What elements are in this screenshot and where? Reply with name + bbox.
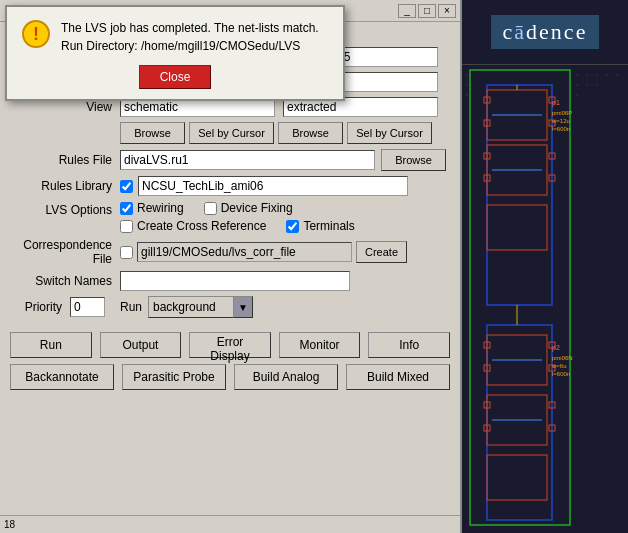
info-button[interactable]: Info bbox=[368, 332, 450, 358]
rewiring-label: Rewiring bbox=[137, 201, 184, 215]
error-display-button[interactable]: Error Display bbox=[189, 332, 271, 358]
alert-message-line2: Run Directory: /home/mgill19/CMOSedu/LVS bbox=[61, 37, 319, 55]
rules-file-label: Rules File bbox=[10, 153, 120, 167]
create-button[interactable]: Create bbox=[356, 241, 407, 263]
parasitic-probe-button[interactable]: Parasitic Probe bbox=[122, 364, 226, 390]
alert-close-row: Close bbox=[21, 65, 329, 89]
build-analog-button[interactable]: Build Analog bbox=[234, 364, 338, 390]
svg-point-43 bbox=[576, 74, 578, 76]
output-button[interactable]: Output bbox=[100, 332, 182, 358]
svg-point-49 bbox=[586, 84, 588, 86]
close-window-button[interactable]: × bbox=[438, 4, 456, 18]
selbycursor-schematic-button[interactable]: Sel by Cursor bbox=[189, 122, 274, 144]
rewiring-checkbox[interactable] bbox=[120, 202, 133, 215]
terminals-option: Terminals bbox=[286, 219, 354, 233]
device-fixing-label: Device Fixing bbox=[221, 201, 293, 215]
alert-content: ! The LVS job has completed. The net-lis… bbox=[21, 19, 329, 55]
rules-library-row: Rules Library bbox=[10, 176, 450, 196]
view-label: View bbox=[10, 100, 120, 114]
correspondence-input[interactable] bbox=[137, 242, 352, 262]
svg-text:w=6u: w=6u bbox=[551, 363, 567, 369]
device-fixing-checkbox[interactable] bbox=[204, 202, 217, 215]
svg-point-41 bbox=[466, 84, 468, 86]
priority-run-row: Priority Run background foreground ▼ bbox=[10, 296, 450, 318]
terminals-checkbox[interactable] bbox=[286, 220, 299, 233]
svg-point-50 bbox=[596, 84, 598, 86]
svg-text:pmi06P: pmi06P bbox=[552, 110, 572, 116]
alert-dialog: ! The LVS job has completed. The net-lis… bbox=[5, 5, 345, 101]
run-select[interactable]: background foreground bbox=[148, 296, 253, 318]
device-fixing-option: Device Fixing bbox=[204, 201, 293, 215]
browse-extracted-button[interactable]: Browse bbox=[278, 122, 343, 144]
cadence-header: cādence bbox=[462, 0, 628, 65]
monitor-button[interactable]: Monitor bbox=[279, 332, 361, 358]
selbycursor-extracted-button[interactable]: Sel by Cursor bbox=[347, 122, 432, 144]
svg-text:l=600n: l=600n bbox=[552, 371, 570, 377]
browse-schematic-button[interactable]: Browse bbox=[120, 122, 185, 144]
create-cross-ref-checkbox[interactable] bbox=[120, 220, 133, 233]
rules-library-label: Rules Library bbox=[10, 179, 120, 193]
rules-file-browse-button[interactable]: Browse bbox=[381, 149, 446, 171]
alert-icon: ! bbox=[21, 19, 51, 49]
status-value: 18 bbox=[4, 519, 15, 530]
svg-text:l=600n: l=600n bbox=[552, 126, 570, 132]
svg-point-46 bbox=[606, 74, 608, 76]
lvs-options-label: LVS Options bbox=[10, 201, 120, 217]
correspondence-file-row: Correspondence File Create bbox=[10, 238, 450, 266]
warning-icon: ! bbox=[22, 20, 50, 48]
svg-point-45 bbox=[596, 74, 598, 76]
lvs-options-row: LVS Options Rewiring Device Fixing C bbox=[10, 201, 450, 233]
backannotate-button[interactable]: Backannotate bbox=[10, 364, 114, 390]
switch-names-input[interactable] bbox=[120, 271, 350, 291]
svg-point-51 bbox=[576, 94, 578, 96]
svg-point-47 bbox=[616, 74, 618, 76]
svg-text:pmi06N: pmi06N bbox=[552, 355, 573, 361]
alert-close-button[interactable]: Close bbox=[139, 65, 212, 89]
svg-point-44 bbox=[586, 74, 588, 76]
maximize-button[interactable]: □ bbox=[418, 4, 436, 18]
switch-names-label: Switch Names bbox=[10, 274, 120, 288]
alert-text: The LVS job has completed. The net-lists… bbox=[61, 19, 319, 55]
run-select-wrap: background foreground ▼ bbox=[148, 296, 253, 318]
terminals-label: Terminals bbox=[303, 219, 354, 233]
svg-point-48 bbox=[576, 84, 578, 86]
priority-input[interactable] bbox=[70, 297, 105, 317]
correspondence-checkbox[interactable] bbox=[120, 246, 133, 259]
build-mixed-button[interactable]: Build Mixed bbox=[346, 364, 450, 390]
browse-selbycursor-row: Browse Sel by Cursor Browse Sel by Curso… bbox=[10, 122, 450, 144]
cadence-panel: cādence // We'll generate this via inlin… bbox=[462, 0, 628, 533]
circuit-area: // We'll generate this via inline patter… bbox=[462, 65, 628, 533]
create-cross-ref-label: Create Cross Reference bbox=[137, 219, 266, 233]
svg-text:w=12u: w=12u bbox=[551, 118, 570, 124]
svg-point-42 bbox=[466, 94, 468, 96]
alert-message-line1: The LVS job has completed. The net-lists… bbox=[61, 19, 319, 37]
rules-file-row: Rules File Browse bbox=[10, 149, 450, 171]
rules-file-input[interactable] bbox=[120, 150, 375, 170]
run-label: Run bbox=[120, 300, 142, 314]
minimize-button[interactable]: _ bbox=[398, 4, 416, 18]
cadence-logo: cādence bbox=[491, 15, 600, 49]
rewiring-option: Rewiring bbox=[120, 201, 184, 215]
circuit-diagram: // We'll generate this via inline patter… bbox=[462, 65, 628, 533]
secondary-buttons-row: Backannotate Parasitic Probe Build Analo… bbox=[0, 364, 460, 390]
rules-library-input[interactable] bbox=[138, 176, 408, 196]
create-cross-ref-option: Create Cross Reference bbox=[120, 219, 266, 233]
run-button[interactable]: Run bbox=[10, 332, 92, 358]
rules-library-checkbox[interactable] bbox=[120, 180, 133, 193]
priority-label: Priority bbox=[10, 300, 70, 314]
switch-names-row: Switch Names bbox=[10, 271, 450, 291]
correspondence-label: Correspondence File bbox=[10, 238, 120, 266]
action-buttons-row: Run Output Error Display Monitor Info bbox=[0, 332, 460, 358]
svg-text:p2: p2 bbox=[552, 344, 560, 352]
svg-point-40 bbox=[466, 74, 468, 76]
status-bar: 18 bbox=[0, 515, 460, 533]
svg-text:p1: p1 bbox=[552, 99, 560, 107]
